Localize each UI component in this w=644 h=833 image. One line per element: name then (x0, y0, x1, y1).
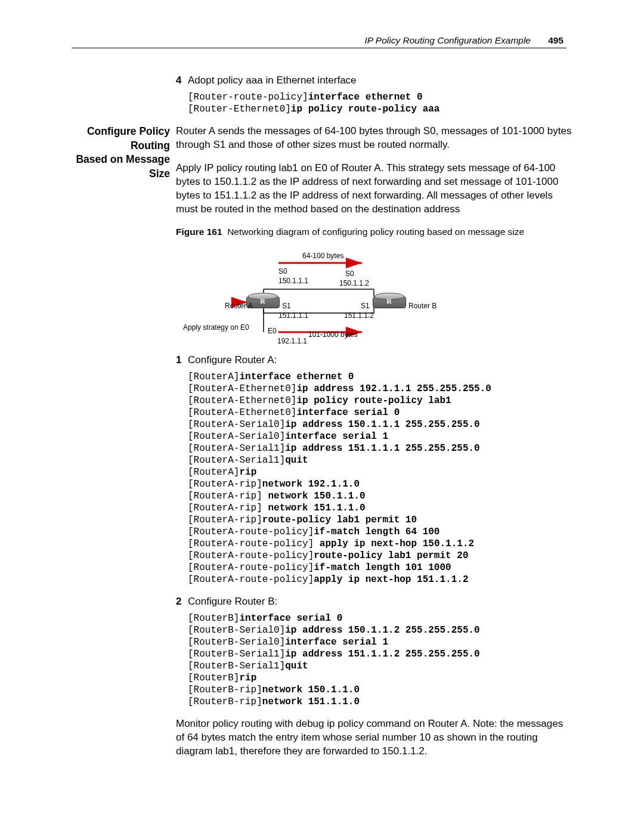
code-line: [RouterB-rip] (188, 696, 262, 707)
proc-step-4: 4 Adopt policy aaa in Ethernet interface (176, 74, 572, 88)
figure-label: Figure 161 (176, 227, 222, 237)
intro-para-1: Router A sends the messages of 64-100 by… (176, 125, 572, 152)
diagram-s1-right-ip: 151.1.1.2 (344, 311, 374, 320)
code-cmd: interface ethernet 0 (239, 371, 354, 382)
code-line: [RouterA-route-policy] (188, 527, 314, 537)
page: IP Policy Routing Configuration Example … (0, 0, 644, 833)
code-line: [RouterA] (188, 371, 239, 382)
code-line: [RouterA-rip] (188, 503, 268, 513)
code-cmd: interface ethernet 0 (308, 92, 423, 103)
code-line: [RouterB] (188, 613, 239, 624)
diagram-101-1000-label: 101-1000 bytes (308, 330, 358, 339)
side-col-1 (0, 72, 170, 125)
code-line: [RouterA-rip] (188, 515, 262, 525)
code-cmd: route-policy lab1 permit 10 (262, 515, 417, 525)
code-line: [Router-Ethernet0] (188, 104, 291, 114)
code-line: [RouterA-route-policy] (188, 562, 314, 573)
code-cmd: if-match length 101 1000 (314, 562, 451, 573)
diagram-s1-right: S1 (361, 301, 370, 311)
code-line: [RouterB-Serial0] (188, 637, 285, 648)
code-cmd: apply ip next-hop 150.1.1.2 (320, 538, 474, 549)
code-line: [RouterA-Serial1] (188, 443, 285, 454)
diagram-s0-right: S0 (345, 269, 354, 278)
intro-para-2: Apply IP policy routing lab1 on E0 of Ro… (176, 162, 572, 216)
main-col-1: 4 Adopt policy aaa in Ethernet interface… (170, 72, 644, 125)
header-rule (72, 48, 566, 48)
code-line: [RouterA-Serial1] (188, 455, 285, 466)
code-line: [RouterA-Ethernet0] (188, 407, 296, 418)
code-block-router-a: [RouterA]interface ethernet 0 [RouterA-E… (188, 371, 572, 586)
code-cmd: route-policy lab1 permit 20 (314, 550, 468, 561)
side-heading-l2: Based on Message Size (76, 153, 170, 179)
diagram-s1-left-ip: 151.1.1.1 (278, 311, 308, 320)
code-cmd: network 151.1.1.0 (268, 503, 365, 513)
code-line: [Router-route-policy] (188, 92, 308, 103)
code-cmd: interface serial 1 (285, 431, 388, 442)
header-title: IP Policy Routing Configuration Example (364, 35, 531, 47)
running-header: IP Policy Routing Configuration Example … (0, 35, 644, 54)
code-line: [RouterB-Serial0] (188, 625, 285, 636)
network-diagram: R R 64-100 bytes S0 150.1.1.1 S0 150.1.1… (183, 244, 434, 345)
diagram-e0-ip: 192.1.1.1 (277, 336, 307, 346)
code-cmd: network 151.1.1.0 (262, 696, 360, 707)
proc-step-2-text: Configure Router B: (188, 595, 572, 609)
code-line: [RouterB-Serial1] (188, 649, 285, 659)
code-cmd: interface serial 0 (239, 613, 342, 624)
proc-step-1-text: Configure Router A: (188, 354, 572, 367)
code-line: [RouterA-route-policy] (188, 538, 320, 549)
code-cmd: if-match length 64 100 (314, 527, 439, 537)
closing-para: Monitor policy routing with debug ip pol… (176, 717, 572, 758)
code-cmd: rip (239, 673, 256, 683)
proc-step-1: 1 Configure Router A: (176, 354, 572, 367)
diagram-apply-note: Apply strategy on E0 (183, 323, 249, 332)
code-line: [RouterB-Serial1] (188, 661, 285, 671)
code-cmd: interface serial 0 (296, 407, 400, 418)
code-cmd: ip address 150.1.1.2 255.255.255.0 (285, 625, 479, 636)
side-heading-l1: Configure Policy Routing (87, 125, 170, 151)
code-cmd: ip policy route-policy lab1 (296, 395, 451, 406)
router-b-icon: R (373, 293, 406, 308)
proc-step-1-number: 1 (176, 354, 188, 367)
code-line: [RouterA-rip] (188, 491, 268, 501)
code-cmd: apply ip next-hop 151.1.1.2 (314, 574, 468, 585)
diagram-64-100-label: 64-100 bytes (302, 251, 343, 261)
diagram-router-b-name: Router B (408, 301, 436, 311)
diagram-s0-left: S0 (278, 267, 287, 276)
code-block-router-b: [RouterB]interface serial 0 [RouterB-Ser… (188, 612, 572, 708)
code-cmd: quit (285, 661, 308, 671)
code-cmd: ip address 192.1.1.1 255.255.255.0 (296, 383, 491, 394)
diagram-s1-left: S1 (282, 301, 291, 311)
code-line: [RouterA-Serial0] (188, 431, 285, 442)
code-cmd: ip address 151.1.1.1 255.255.255.0 (285, 443, 479, 454)
proc-step-2-number: 2 (176, 595, 188, 609)
diagram-s0-left-ip: 150.1.1.1 (278, 276, 308, 286)
figure-caption-text: Networking diagram of configuring policy… (227, 227, 524, 237)
code-cmd: ip policy route-policy aaa (291, 104, 440, 114)
body-row-2: Configure Policy Routing Based on Messag… (0, 125, 644, 768)
side-col-2: Configure Policy Routing Based on Messag… (0, 125, 170, 768)
diagram-e0: E0 (268, 326, 277, 336)
code-cmd: ip address 150.1.1.1 255.255.255.0 (285, 419, 479, 430)
diagram-s0-right-ip: 150.1.1.2 (339, 278, 369, 288)
proc-step-4-text: Adopt policy aaa in Ethernet interface (188, 74, 572, 88)
code-cmd: network 192.1.1.0 (262, 479, 360, 490)
proc-step-4-number: 4 (176, 74, 188, 88)
code-cmd: interface serial 1 (285, 637, 388, 648)
code-line: [RouterB-rip] (188, 685, 262, 695)
figure-caption: Figure 161 Networking diagram of configu… (176, 226, 572, 239)
code-line: [RouterA-Ethernet0] (188, 395, 296, 406)
code-cmd: rip (239, 467, 256, 478)
header-page: 495 (548, 35, 564, 47)
code-block-step4: [Router-route-policy]interface ethernet … (188, 91, 572, 115)
code-cmd: network 150.1.1.0 (268, 491, 365, 501)
proc-step-2: 2 Configure Router B: (176, 595, 572, 609)
code-line: [RouterA-Serial0] (188, 419, 285, 430)
code-cmd: network 150.1.1.0 (262, 685, 360, 695)
code-line: [RouterA-route-policy] (188, 574, 314, 585)
main-col-2: Router A sends the messages of 64-100 by… (170, 125, 644, 768)
code-line: [RouterA] (188, 467, 239, 478)
code-line: [RouterA-Ethernet0] (188, 383, 296, 394)
code-line: [RouterA-route-policy] (188, 550, 314, 561)
code-cmd: ip address 151.1.1.2 255.255.255.0 (285, 649, 479, 659)
code-line: [RouterA-rip] (188, 479, 262, 490)
